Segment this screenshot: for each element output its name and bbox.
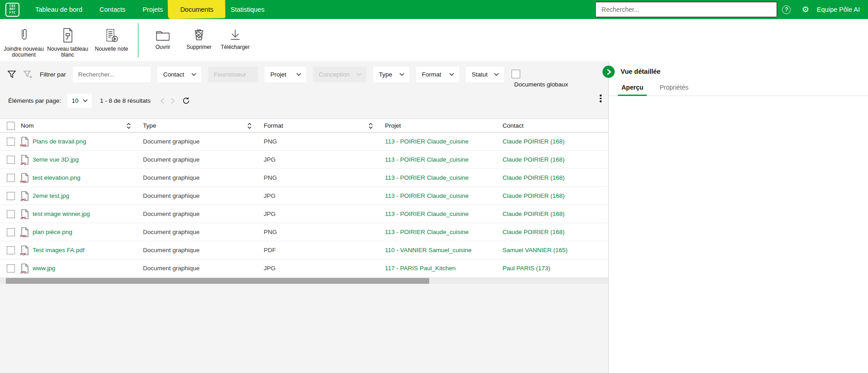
filter-dropdown-contact[interactable]: Contact: [157, 67, 201, 82]
row-name[interactable]: www.jpg: [33, 265, 55, 272]
row-checkbox[interactable]: [7, 228, 15, 236]
row-checkbox[interactable]: [7, 246, 15, 254]
funnel-icon[interactable]: [7, 70, 16, 81]
filter-dropdown-format[interactable]: Format: [416, 67, 459, 82]
row-checkbox[interactable]: [7, 264, 15, 273]
file-ext: PNG: [20, 180, 27, 183]
row-contact[interactable]: Claude POIRIER (168): [503, 174, 564, 181]
row-name[interactable]: Test images FA.pdf: [33, 247, 85, 253]
row-projet[interactable]: 110 - VANNIER Samuel_cuisine: [385, 247, 472, 253]
column-header-nom[interactable]: Nom: [21, 122, 34, 129]
table-row[interactable]: PNG plan pièce.png Document graphique PN…: [0, 223, 608, 241]
table-options-kebab-icon[interactable]: [600, 95, 602, 102]
file-ext: PNG: [20, 144, 27, 147]
row-contact[interactable]: Paul PARIS (173): [503, 265, 550, 272]
nav-tab-documents[interactable]: Documents: [171, 0, 222, 19]
per-page-label: Éléments par page:: [8, 97, 61, 104]
nav-tab-contacts[interactable]: Contacts: [91, 0, 134, 19]
per-page-select[interactable]: 10: [67, 94, 92, 108]
panel-collapse-button[interactable]: [602, 66, 615, 78]
download-button[interactable]: Télécharger: [217, 19, 253, 50]
row-contact[interactable]: Claude POIRIER (168): [503, 156, 564, 163]
row-projet[interactable]: 113 - POIRIER Claude_cuisine: [385, 229, 469, 235]
column-header-contact[interactable]: Contact: [503, 122, 524, 129]
row-projet[interactable]: 113 - POIRIER Claude_cuisine: [385, 210, 469, 217]
row-contact[interactable]: Claude POIRIER (168): [503, 210, 564, 217]
top-navigation-bar: C0Z 8O7 FTC Tableau de bord Contacts Pro…: [0, 0, 868, 19]
row-checkbox[interactable]: [7, 210, 15, 218]
table-row[interactable]: PNG Plans de travail.png Document graphi…: [0, 133, 608, 151]
detail-view-title: Vue détaillée: [621, 68, 660, 75]
row-projet[interactable]: 113 - POIRIER Claude_cuisine: [385, 156, 469, 163]
attach-new-document-button[interactable]: Joindre nouveau document: [2, 19, 46, 58]
row-name[interactable]: test elevation.png: [33, 174, 81, 181]
row-checkbox[interactable]: [7, 192, 15, 200]
row-checkbox[interactable]: [7, 138, 15, 146]
table-row[interactable]: JPG 2eme test.jpg Document graphique JPG…: [0, 187, 608, 205]
detail-view-tabs: Aperçu Propriétés: [609, 84, 868, 96]
previous-page-button[interactable]: [157, 96, 168, 106]
row-contact[interactable]: Claude POIRIER (168): [503, 138, 564, 145]
row-type: Document graphique: [143, 174, 264, 181]
row-projet[interactable]: 117 - PARIS Paul_Kitchen: [385, 265, 455, 272]
row-projet[interactable]: 113 - POIRIER Claude_cuisine: [385, 174, 469, 181]
table-row[interactable]: PNG test elevation.png Document graphiqu…: [0, 169, 608, 187]
row-checkbox[interactable]: [7, 174, 15, 182]
open-button[interactable]: Ouvrir: [145, 19, 181, 50]
filter-search-input[interactable]: [73, 67, 151, 82]
download-icon: [229, 24, 242, 44]
row-projet[interactable]: 113 - POIRIER Claude_cuisine: [385, 192, 469, 199]
delete-button[interactable]: Supprimer: [181, 19, 217, 50]
row-contact[interactable]: Claude POIRIER (168): [503, 192, 564, 199]
row-name[interactable]: Plans de travail.png: [33, 138, 86, 145]
settings-button[interactable]: ⚙: [796, 0, 815, 19]
row-checkbox[interactable]: [7, 156, 15, 164]
nav-tab-tableau-de-bord[interactable]: Tableau de bord: [27, 0, 91, 19]
row-name[interactable]: 2eme test.jpg: [33, 192, 69, 199]
nav-tab-projets[interactable]: Projets: [134, 0, 171, 19]
table-row[interactable]: JPG test image winner.jpg Document graph…: [0, 205, 608, 223]
filter-dropdown-type[interactable]: Type: [373, 67, 409, 82]
row-name[interactable]: 3eme vue 3D.jpg: [33, 156, 79, 163]
global-documents-checkbox[interactable]: [512, 70, 520, 78]
horizontal-scrollbar[interactable]: [0, 278, 608, 284]
row-type: Document graphique: [143, 247, 264, 253]
column-header-type[interactable]: Type: [143, 122, 156, 129]
row-name[interactable]: test image winner.jpg: [33, 210, 90, 217]
global-search-input[interactable]: [595, 2, 777, 17]
chevron-down-icon: [356, 73, 361, 76]
table-row[interactable]: PDF Test images FA.pdf Document graphiqu…: [0, 241, 608, 259]
app-logo[interactable]: C0Z 8O7 FTC: [5, 3, 19, 17]
filter-dropdown-statut[interactable]: Statut: [466, 67, 504, 82]
next-page-button[interactable]: [168, 96, 179, 106]
row-format: PNG: [264, 138, 385, 145]
table-row[interactable]: JPG 3eme vue 3D.jpg Document graphique J…: [0, 151, 608, 169]
file-icon: PDF: [21, 245, 29, 255]
nav-tab-statistiques[interactable]: Statistiques: [222, 0, 273, 19]
chevron-down-icon: [191, 73, 196, 76]
user-account-label[interactable]: Equipe Pôle AI: [815, 6, 863, 13]
funnel-clear-icon[interactable]: [23, 70, 33, 81]
filter-dropdown-projet[interactable]: Projet: [265, 67, 306, 82]
help-button[interactable]: ?: [777, 0, 796, 19]
new-note-button[interactable]: Nouvelle note: [90, 19, 133, 52]
table-row[interactable]: JPG www.jpg Document graphique JPG 117 -…: [0, 259, 608, 277]
select-all-checkbox[interactable]: [7, 122, 15, 130]
scrollbar-thumb[interactable]: [6, 278, 429, 284]
refresh-button[interactable]: [180, 96, 192, 106]
row-contact[interactable]: Claude POIRIER (168): [503, 229, 564, 235]
sort-icon[interactable]: [126, 123, 131, 129]
new-whiteboard-button[interactable]: Nouveau tableau blanc: [46, 19, 90, 58]
column-header-format[interactable]: Format: [264, 122, 283, 129]
refresh-icon: [182, 97, 190, 105]
table-header-row: Nom Type Format Projet: [0, 119, 608, 133]
sort-icon[interactable]: [247, 123, 252, 129]
column-header-projet[interactable]: Projet: [385, 122, 401, 129]
sort-icon[interactable]: [368, 123, 373, 129]
row-contact[interactable]: Samuel VANNIER (165): [503, 247, 568, 253]
tab-apercu[interactable]: Aperçu: [620, 84, 645, 96]
tab-proprietes[interactable]: Propriétés: [658, 84, 690, 96]
toolbar-separator: [138, 23, 138, 57]
row-projet[interactable]: 113 - POIRIER Claude_cuisine: [385, 138, 469, 145]
row-name[interactable]: plan pièce.png: [33, 229, 72, 235]
